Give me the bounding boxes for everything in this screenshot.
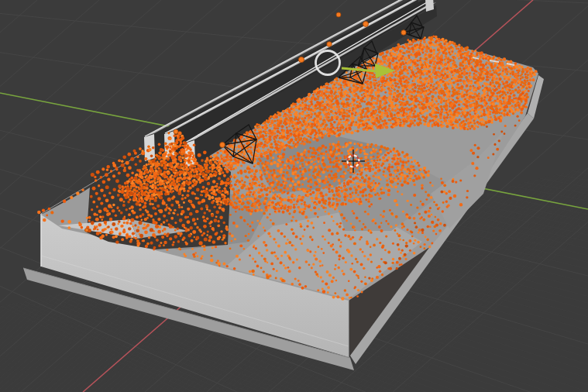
spotlight-wireframe[interactable] <box>222 125 256 163</box>
gizmo-center-circle[interactable] <box>316 51 340 75</box>
3d-cursor <box>342 150 365 173</box>
spotlight-wireframes[interactable] <box>222 15 424 163</box>
spotlight-wireframe[interactable] <box>404 15 424 39</box>
arrow-head <box>375 64 395 78</box>
terrain-crest-highlights <box>473 57 514 65</box>
origin-dot[interactable] <box>174 129 178 134</box>
blender-3d-viewport[interactable] <box>0 0 588 392</box>
object-origin-dots[interactable] <box>85 12 407 232</box>
origin-dot[interactable] <box>298 57 304 62</box>
origin-dot[interactable] <box>85 229 89 232</box>
crest-dash <box>490 60 499 62</box>
origin-dot[interactable] <box>336 12 341 17</box>
arrow-shaft <box>342 68 377 71</box>
origin-dot[interactable] <box>401 30 406 35</box>
crest-dash <box>507 64 514 65</box>
spotlight-wireframe[interactable] <box>358 41 378 66</box>
crest-dash <box>473 57 479 59</box>
origin-dot[interactable] <box>363 22 369 27</box>
viewport-overlay <box>0 0 588 392</box>
origin-dot[interactable] <box>327 42 332 46</box>
origin-dot[interactable] <box>220 143 225 148</box>
